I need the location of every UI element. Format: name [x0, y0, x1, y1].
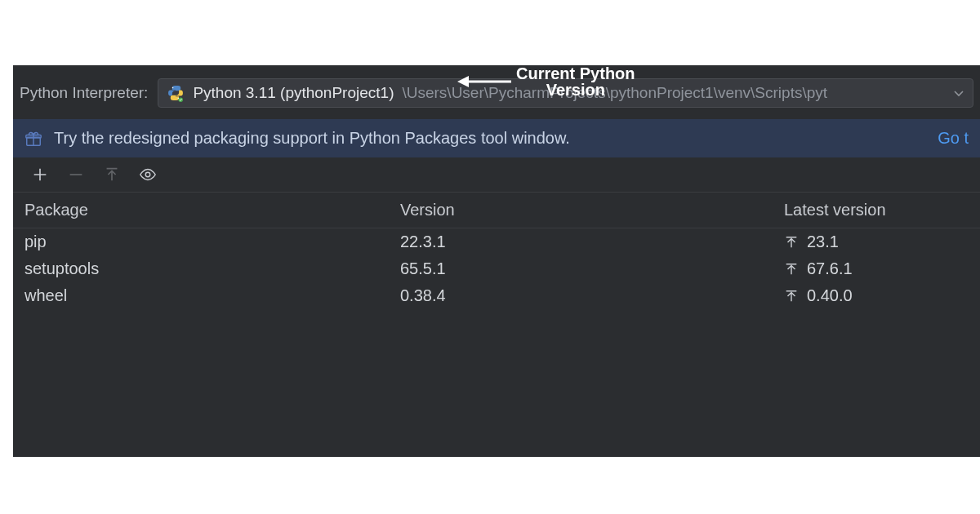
interpreter-dropdown[interactable]: Python 3.11 (pythonProject1) \Users\User… — [158, 78, 973, 108]
package-latest: 67.6.1 — [784, 259, 969, 278]
svg-point-0 — [172, 87, 174, 89]
package-latest-value: 67.6.1 — [807, 259, 853, 278]
python-icon — [167, 84, 185, 102]
package-name: pip — [24, 233, 400, 251]
remove-package-button[interactable] — [67, 166, 85, 184]
package-table-header: Package Version Latest version — [13, 193, 980, 228]
add-package-button[interactable] — [31, 166, 49, 184]
upgrade-available-icon — [784, 289, 799, 304]
upgrade-available-icon — [784, 235, 799, 250]
python-interpreter-settings-panel: Python Interpreter: Python 3.11 (pythonP… — [13, 65, 980, 457]
upgrade-package-button[interactable] — [103, 166, 121, 184]
svg-point-6 — [145, 172, 150, 177]
table-row[interactable]: setuptools 65.5.1 67.6.1 — [13, 255, 980, 282]
package-version: 65.5.1 — [400, 259, 784, 278]
package-latest-value: 0.40.0 — [807, 286, 853, 305]
gift-icon — [24, 130, 42, 148]
package-name: wheel — [24, 286, 400, 305]
column-header-latest[interactable]: Latest version — [784, 201, 969, 219]
package-latest-value: 23.1 — [807, 233, 839, 251]
promo-text: Try the redesigned packaging support in … — [54, 129, 570, 148]
upgrade-available-icon — [784, 262, 799, 277]
table-row[interactable]: wheel 0.38.4 0.40.0 — [13, 282, 980, 309]
column-header-package[interactable]: Package — [24, 201, 400, 219]
column-header-version[interactable]: Version — [400, 201, 784, 219]
table-row[interactable]: pip 22.3.1 23.1 — [13, 228, 980, 255]
interpreter-label: Python Interpreter: — [20, 84, 148, 102]
package-name: setuptools — [24, 259, 400, 278]
package-latest: 23.1 — [784, 233, 969, 251]
package-table-body: pip 22.3.1 23.1 setuptools 65.5.1 67.6.1 — [13, 228, 980, 309]
show-early-releases-button[interactable] — [139, 166, 157, 184]
promo-link[interactable]: Go t — [938, 129, 969, 148]
package-version: 22.3.1 — [400, 233, 784, 251]
chevron-down-icon — [953, 87, 964, 99]
package-latest: 0.40.0 — [784, 286, 969, 305]
interpreter-selected-path: \Users\User\PycharmProjects\pythonProjec… — [402, 84, 827, 102]
package-toolbar — [13, 157, 980, 193]
package-version: 0.38.4 — [400, 286, 784, 305]
interpreter-selected-name: Python 3.11 (pythonProject1) — [193, 84, 394, 102]
promo-banner: Try the redesigned packaging support in … — [13, 119, 980, 157]
interpreter-selector-row: Python Interpreter: Python 3.11 (pythonP… — [13, 65, 980, 119]
